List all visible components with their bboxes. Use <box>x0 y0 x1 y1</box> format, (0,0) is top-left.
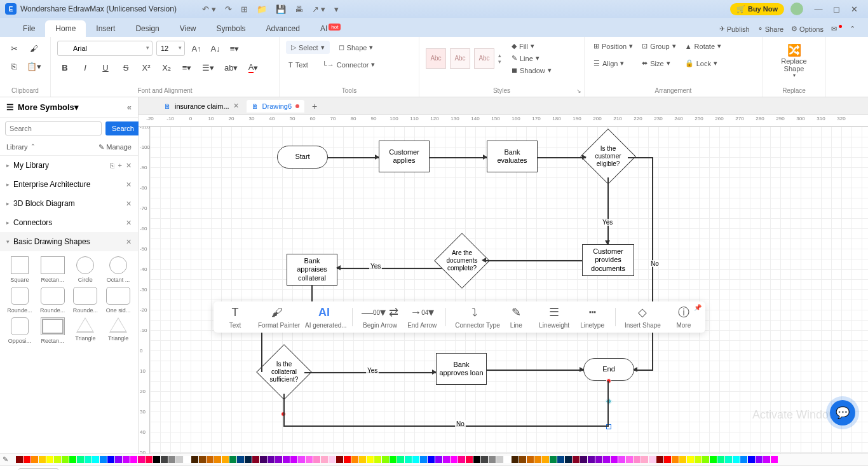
color-swatch[interactable] <box>634 456 641 463</box>
color-swatch[interactable] <box>405 456 412 463</box>
group-button[interactable]: ⊡ Group▾ <box>639 41 679 52</box>
color-swatch[interactable] <box>481 456 488 463</box>
color-swatch[interactable] <box>85 456 92 463</box>
color-swatch[interactable] <box>161 456 168 463</box>
list-button[interactable]: ☰▾ <box>200 60 217 75</box>
shape-octant[interactable]: Octant ... <box>104 256 133 283</box>
color-swatch[interactable] <box>473 456 480 463</box>
tab-ai[interactable]: AIhot <box>310 20 351 37</box>
color-swatch[interactable] <box>771 456 778 463</box>
shape-is-eligible[interactable]: Is the customer eligible? <box>580 128 636 184</box>
lib-my-library[interactable]: ▸My Library ⎘+✕ <box>0 156 138 175</box>
style-preset-3[interactable]: Abc <box>474 48 494 69</box>
color-swatch[interactable] <box>351 456 358 463</box>
shape-square[interactable]: Square <box>5 256 34 283</box>
color-swatch[interactable] <box>542 456 549 463</box>
lib-enterprise-architecture[interactable]: ▸Enterprise Architecture ✕ <box>0 175 138 194</box>
options-button[interactable]: ⚙ Options <box>791 25 824 33</box>
decrease-font-button[interactable]: A↓ <box>208 41 223 56</box>
shape-customer-provides[interactable]: Customer provides documents <box>582 244 634 276</box>
color-swatch[interactable] <box>443 456 450 463</box>
ft-linetype[interactable]: ┅Linetype <box>578 305 606 329</box>
color-swatch[interactable] <box>702 456 709 463</box>
format-painter-button[interactable]: 🖌 <box>24 41 44 56</box>
shape-collateral-sufficient[interactable]: Is the collateral sufficient? <box>256 344 312 400</box>
line-button[interactable]: ✎ Line ▾ <box>509 53 554 64</box>
minimize-button[interactable]: — <box>810 4 827 14</box>
color-swatch[interactable] <box>222 456 229 463</box>
color-swatch[interactable] <box>207 456 214 463</box>
lock-button[interactable]: 🔒 Lock▾ <box>682 58 724 69</box>
color-swatch[interactable] <box>740 456 747 463</box>
color-swatch[interactable] <box>382 456 389 463</box>
close-icon[interactable]: ✕ <box>126 200 132 208</box>
ft-text[interactable]: TText <box>221 305 249 329</box>
rotate-button[interactable]: ▲ Rotate▾ <box>682 41 724 52</box>
color-swatch[interactable] <box>268 456 275 463</box>
strikethrough-button[interactable]: S <box>118 60 133 75</box>
shape-triangle2[interactable]: Triangle <box>104 317 133 344</box>
color-swatch[interactable] <box>519 456 526 463</box>
color-swatch[interactable] <box>641 456 648 463</box>
color-swatch[interactable] <box>550 456 557 463</box>
color-swatch[interactable] <box>245 456 252 463</box>
close-icon[interactable]: ✕ <box>126 162 132 170</box>
underline-button[interactable]: U <box>98 60 113 75</box>
shape-circle[interactable]: Circle <box>71 256 100 283</box>
connector[interactable] <box>283 425 609 427</box>
tab-design[interactable]: Design <box>125 20 169 37</box>
tab-view[interactable]: View <box>170 20 207 37</box>
line-spacing-button[interactable]: ≡▾ <box>179 60 194 75</box>
symbol-search-input[interactable] <box>5 121 102 135</box>
color-swatch[interactable] <box>717 456 724 463</box>
color-swatch[interactable] <box>534 456 541 463</box>
connector[interactable] <box>283 394 285 425</box>
connector[interactable] <box>487 370 583 371</box>
styles-dialog-launcher[interactable]: ↘ <box>576 88 581 94</box>
color-swatch[interactable] <box>313 456 320 463</box>
shape-end[interactable]: End <box>583 358 634 381</box>
open-button[interactable]: 📁 <box>257 4 267 14</box>
connector-tool[interactable]: └→ Connector ▾ <box>320 59 378 70</box>
color-swatch[interactable] <box>199 456 206 463</box>
connector[interactable] <box>607 381 609 425</box>
fill-button[interactable]: ◆ Fill ▾ <box>509 41 554 52</box>
color-swatch[interactable] <box>359 456 366 463</box>
shape-bank-evaluates[interactable]: Bank evaluates <box>487 141 538 172</box>
color-swatch[interactable] <box>115 456 122 463</box>
color-swatch[interactable] <box>290 456 297 463</box>
color-swatch[interactable] <box>77 456 84 463</box>
canvas[interactable]: Start Customer applies Bank evaluates Is… <box>150 127 868 453</box>
color-swatch[interactable] <box>695 456 702 463</box>
color-swatch[interactable] <box>46 456 53 463</box>
color-swatch[interactable] <box>504 456 511 463</box>
color-swatch[interactable] <box>336 456 343 463</box>
tab-home[interactable]: Home <box>45 20 86 37</box>
color-swatch[interactable] <box>153 456 160 463</box>
ft-ai-generated[interactable]: AIAI generated... <box>305 305 343 329</box>
align-button-2[interactable]: ☰ Align▾ <box>591 58 635 69</box>
color-swatch[interactable] <box>283 456 290 463</box>
maximize-button[interactable]: ◻ <box>827 4 845 14</box>
color-swatch[interactable] <box>618 456 625 463</box>
color-swatch[interactable] <box>420 456 427 463</box>
shape-tool[interactable]: ◻ Shape ▾ <box>336 41 376 54</box>
share-button[interactable]: ⚬ Share <box>757 25 783 33</box>
cut-button[interactable]: ✂ <box>6 41 22 56</box>
shape-bank-approves[interactable]: Bank approves loan <box>436 353 487 385</box>
color-swatch[interactable] <box>588 456 595 463</box>
color-swatch[interactable] <box>733 456 740 463</box>
color-swatch[interactable] <box>138 456 145 463</box>
close-icon[interactable]: ✕ <box>126 219 132 227</box>
connector[interactable] <box>628 157 653 158</box>
style-preset-2[interactable]: Abc <box>450 48 470 69</box>
close-tab-icon[interactable]: ✕ <box>233 102 239 110</box>
tab-symbols[interactable]: Symbols <box>207 20 256 37</box>
color-swatch[interactable] <box>146 456 153 463</box>
color-swatch[interactable] <box>527 456 534 463</box>
case-button[interactable]: ab▾ <box>222 60 240 75</box>
color-swatch[interactable] <box>672 456 679 463</box>
collapse-panel[interactable]: « <box>127 102 132 112</box>
shape-rounded1[interactable]: Rounde... <box>5 287 34 314</box>
connector[interactable] <box>337 268 442 269</box>
